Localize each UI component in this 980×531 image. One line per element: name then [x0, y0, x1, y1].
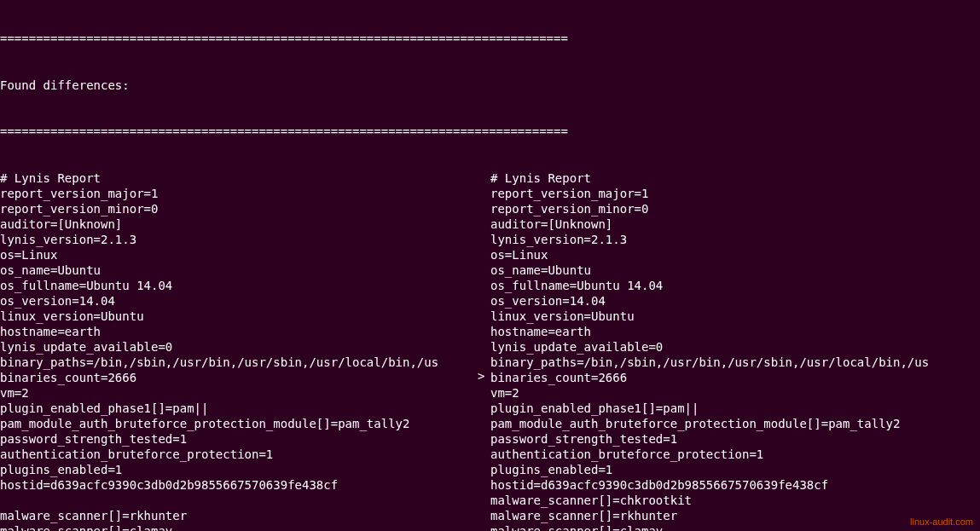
- right-line-14: vm=2: [490, 385, 929, 401]
- right-line-3: auditor=[Unknown]: [490, 216, 929, 232]
- left-line-22: malware_scanner[]=rkhunter: [0, 508, 490, 523]
- left-line-23: malware_scanner[]=clamav: [0, 523, 490, 532]
- left-line-11: lynis_update_available=0: [0, 339, 490, 355]
- right-line-18: authentication_bruteforce_protection=1: [490, 447, 929, 462]
- right-line-12: binary_paths=/bin,/sbin,/usr/bin,/usr/sb…: [490, 355, 929, 370]
- right-line-5: os=Linux: [490, 247, 929, 263]
- right-line-11: lynis_update_available=0: [490, 339, 929, 355]
- separator-line-top: ========================================…: [0, 31, 980, 46]
- left-line-17: password_strength_tested=1: [0, 431, 490, 447]
- left-line-3: auditor=[Unknown]: [0, 216, 490, 232]
- left-line-7: os_fullname=Ubuntu 14.04: [0, 278, 490, 293]
- left-line-5: os=Linux: [0, 247, 490, 263]
- left-line-2: report_version_minor=0: [0, 201, 490, 216]
- left-line-21: [0, 493, 490, 508]
- right-line-22: malware_scanner[]=rkhunter: [490, 508, 929, 523]
- left-line-12: binary_paths=/bin,/sbin,/usr/bin,/usr/sb…: [0, 355, 490, 370]
- right-line-16: pam_module_auth_bruteforce_protection_mo…: [490, 416, 929, 431]
- left-line-13: binaries_count=2666: [0, 370, 490, 385]
- left-line-8: os_version=14.04: [0, 293, 490, 309]
- right-line-10: hostname=earth: [490, 324, 929, 339]
- header-text: Found differences:: [0, 78, 980, 93]
- right-line-13: binaries_count=2666: [490, 370, 929, 385]
- right-line-8: os_version=14.04: [490, 293, 929, 309]
- diff-marker-icon: >: [478, 368, 484, 384]
- right-line-19: plugins_enabled=1: [490, 462, 929, 477]
- left-line-1: report_version_major=1: [0, 186, 490, 201]
- right-column: # Lynis Reportreport_version_major=1repo…: [490, 170, 929, 532]
- terminal-output: ========================================…: [0, 0, 980, 531]
- left-line-6: os_name=Ubuntu: [0, 263, 490, 278]
- separator-line-bottom: ========================================…: [0, 124, 980, 139]
- left-line-4: lynis_version=2.1.3: [0, 232, 490, 247]
- left-line-18: authentication_bruteforce_protection=1: [0, 447, 490, 462]
- left-line-15: plugin_enabled_phase1[]=pam||: [0, 401, 490, 416]
- left-line-19: plugins_enabled=1: [0, 462, 490, 477]
- right-line-0: # Lynis Report: [490, 170, 929, 186]
- right-line-20: hostid=d639acfc9390c3db0d2b9855667570639…: [490, 477, 929, 493]
- left-line-0: # Lynis Report: [0, 170, 490, 186]
- left-line-14: vm=2: [0, 385, 490, 401]
- left-line-20: hostid=d639acfc9390c3db0d2b9855667570639…: [0, 477, 490, 493]
- right-line-2: report_version_minor=0: [490, 201, 929, 216]
- right-line-1: report_version_major=1: [490, 186, 929, 201]
- watermark-text: linux-audit.com: [910, 516, 973, 528]
- diff-columns: # Lynis Reportreport_version_major=1repo…: [0, 170, 980, 532]
- right-line-7: os_fullname=Ubuntu 14.04: [490, 278, 929, 293]
- right-line-6: os_name=Ubuntu: [490, 263, 929, 278]
- left-line-16: pam_module_auth_bruteforce_protection_mo…: [0, 416, 490, 431]
- right-line-4: lynis_version=2.1.3: [490, 232, 929, 247]
- right-line-23: malware_scanner[]=clamav: [490, 523, 929, 532]
- right-line-15: plugin_enabled_phase1[]=pam||: [490, 401, 929, 416]
- right-line-17: password_strength_tested=1: [490, 431, 929, 447]
- left-line-9: linux_version=Ubuntu: [0, 309, 490, 324]
- left-line-10: hostname=earth: [0, 324, 490, 339]
- right-line-21: malware_scanner[]=chkrootkit: [490, 493, 929, 508]
- left-column: # Lynis Reportreport_version_major=1repo…: [0, 170, 490, 532]
- right-line-9: linux_version=Ubuntu: [490, 309, 929, 324]
